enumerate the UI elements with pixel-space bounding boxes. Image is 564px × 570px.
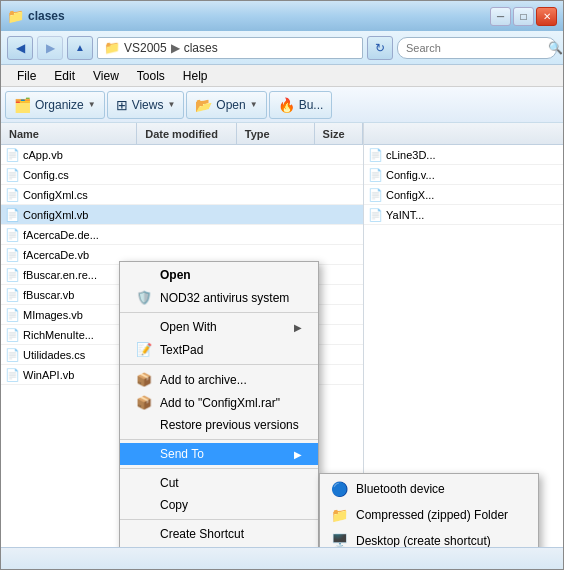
right-col-header <box>364 123 563 145</box>
forward-button[interactable]: ▶ <box>37 36 63 60</box>
right-file-config[interactable]: 📄Config.v... <box>364 165 563 185</box>
file-item-facercade1[interactable]: 📄fAcercaDe.de... <box>1 225 363 245</box>
vb-file-icon4: 📄 <box>5 248 20 262</box>
views-button[interactable]: ⊞ Views ▼ <box>107 91 185 119</box>
file-name-config-cs: 📄Config.cs <box>1 168 181 182</box>
right-file-name-yaint: 📄YaINT... <box>364 208 544 222</box>
titlebar: 📁 clases ─ □ ✕ <box>1 1 563 31</box>
back-button[interactable]: ◀ <box>7 36 33 60</box>
st-desktop[interactable]: 🖥️ Desktop (create shortcut) <box>320 528 538 547</box>
organize-button[interactable]: 🗂️ Organize ▼ <box>5 91 105 119</box>
st-bluetooth-icon: 🔵 <box>330 480 348 498</box>
ctx-nod32[interactable]: 🛡️ NOD32 antivirus system <box>120 286 318 309</box>
ctx-cut[interactable]: Cut <box>120 472 318 494</box>
file-item-configxml-cs[interactable]: 📄ConfigXml.cs <box>1 185 363 205</box>
st-compressed[interactable]: 📁 Compressed (zipped) Folder <box>320 502 538 528</box>
file-item-configxml-vb[interactable]: 📄ConfigXml.vb <box>1 205 363 225</box>
right-file-configx[interactable]: 📄ConfigX... <box>364 185 563 205</box>
file-name-configxml-vb: 📄ConfigXml.vb <box>1 208 181 222</box>
st-compressed-icon: 📁 <box>330 506 348 524</box>
organize-arrow-icon: ▼ <box>88 100 96 109</box>
close-button[interactable]: ✕ <box>536 7 557 26</box>
right-xml-icon1: 📄 <box>368 188 383 202</box>
address-bar[interactable]: 📁 VS2005 ▶ clases <box>97 37 363 59</box>
sendto-submenu: 🔵 Bluetooth device 📁 Compressed (zipped)… <box>319 473 539 547</box>
ctx-textpad-icon: 📝 <box>136 342 152 357</box>
address-path-vs2005: VS2005 <box>124 41 167 55</box>
context-menu: Open 🛡️ NOD32 antivirus system Open With… <box>119 261 319 547</box>
ctx-sendto-arrow-icon: ▶ <box>294 449 302 460</box>
vb-file-icon3: 📄 <box>5 228 20 242</box>
file-name-capp: 📄cApp.vb <box>1 148 181 162</box>
vb-file-icon5: 📄 <box>5 268 20 282</box>
search-box[interactable]: 🔍 <box>397 37 557 59</box>
vb-file-icon2: 📄 <box>5 208 20 222</box>
toolbar: 🗂️ Organize ▼ ⊞ Views ▼ 📂 Open ▼ 🔥 Bu... <box>1 87 563 123</box>
right-vb-icon2: 📄 <box>368 208 383 222</box>
menu-view[interactable]: View <box>85 67 127 85</box>
ctx-sep1 <box>120 312 318 313</box>
organize-icon: 🗂️ <box>14 97 31 113</box>
menu-file[interactable]: File <box>9 67 44 85</box>
right-file-cline3d[interactable]: 📄cLine3D... <box>364 145 563 165</box>
addressbar: ◀ ▶ ▲ 📁 VS2005 ▶ clases ↻ 🔍 <box>1 31 563 65</box>
menu-help[interactable]: Help <box>175 67 216 85</box>
right-file-name-cline3d: 📄cLine3D... <box>364 148 544 162</box>
cs-file-icon2: 📄 <box>5 188 20 202</box>
ctx-sep4 <box>120 468 318 469</box>
open-button[interactable]: 📂 Open ▼ <box>186 91 266 119</box>
search-input[interactable] <box>406 42 544 54</box>
file-item-config-cs[interactable]: 📄Config.cs <box>1 165 363 185</box>
titlebar-title: clases <box>28 9 65 23</box>
ctx-open[interactable]: Open <box>120 264 318 286</box>
ctx-nod32-icon: 🛡️ <box>136 290 152 305</box>
col-header-name: Name <box>1 123 137 144</box>
burn-label: Bu... <box>299 98 324 112</box>
open-label: Open <box>216 98 245 112</box>
ctx-addrar-icon: 📦 <box>136 395 152 410</box>
ctx-add-archive[interactable]: 📦 Add to archive... <box>120 368 318 391</box>
right-file-name-configx: 📄ConfigX... <box>364 188 544 202</box>
search-icon: 🔍 <box>548 41 563 55</box>
burn-icon: 🔥 <box>278 97 295 113</box>
file-list-header: Name Date modified Type Size <box>1 123 363 145</box>
ctx-restore[interactable]: Restore previous versions <box>120 414 318 436</box>
file-name-facercade2: 📄fAcercaDe.vb <box>1 248 181 262</box>
st-bluetooth[interactable]: 🔵 Bluetooth device <box>320 476 538 502</box>
titlebar-controls: ─ □ ✕ <box>490 7 557 26</box>
ctx-copy[interactable]: Copy <box>120 494 318 516</box>
vb-file-icon6: 📄 <box>5 288 20 302</box>
ctx-textpad[interactable]: 📝 TextPad <box>120 338 318 361</box>
cs-file-icon: 📄 <box>5 168 20 182</box>
address-path-clases: clases <box>184 41 218 55</box>
file-item-capp[interactable]: 📄cApp.vb <box>1 145 363 165</box>
ctx-openwith-arrow-icon: ▶ <box>294 322 302 333</box>
menu-tools[interactable]: Tools <box>129 67 173 85</box>
right-file-name-config: 📄Config.v... <box>364 168 544 182</box>
views-icon: ⊞ <box>116 97 128 113</box>
cs-file-icon3: 📄 <box>5 348 20 362</box>
content-area: Name Date modified Type Size 📄cApp.vb 📄C… <box>1 123 563 547</box>
vb-file-icon: 📄 <box>5 148 20 162</box>
right-vb-icon1: 📄 <box>368 148 383 162</box>
ctx-add-rar[interactable]: 📦 Add to "ConfigXml.rar" <box>120 391 318 414</box>
menu-edit[interactable]: Edit <box>46 67 83 85</box>
menubar: File Edit View Tools Help <box>1 65 563 87</box>
minimize-button[interactable]: ─ <box>490 7 511 26</box>
ctx-open-with[interactable]: Open With ▶ <box>120 316 318 338</box>
file-name-facercade1: 📄fAcercaDe.de... <box>1 228 181 242</box>
right-file-yaint[interactable]: 📄YaINT... <box>364 205 563 225</box>
refresh-button[interactable]: ↻ <box>367 36 393 60</box>
ctx-send-to[interactable]: Send To ▶ <box>120 443 318 465</box>
ctx-delete[interactable]: Delete <box>120 545 318 547</box>
up-button[interactable]: ▲ <box>67 36 93 60</box>
maximize-button[interactable]: □ <box>513 7 534 26</box>
burn-button[interactable]: 🔥 Bu... <box>269 91 333 119</box>
views-arrow-icon: ▼ <box>167 100 175 109</box>
ctx-create-shortcut[interactable]: Create Shortcut <box>120 523 318 545</box>
ctx-addarchive-icon: 📦 <box>136 372 152 387</box>
right-cs-icon1: 📄 <box>368 168 383 182</box>
ctx-sep2 <box>120 364 318 365</box>
ctx-sep5 <box>120 519 318 520</box>
ctx-sep3 <box>120 439 318 440</box>
